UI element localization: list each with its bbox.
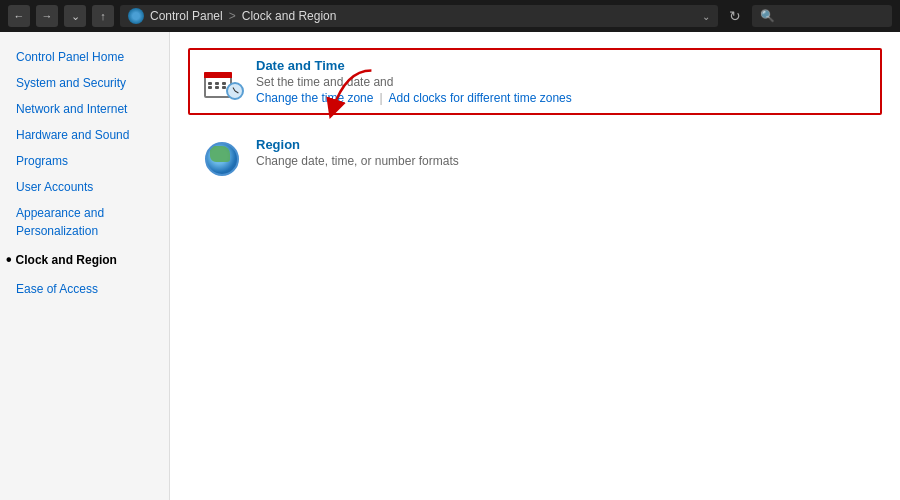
date-time-subtitle: Set the time and date and [256, 75, 870, 89]
date-time-icon [200, 58, 244, 102]
sidebar-item-user-accounts[interactable]: User Accounts [0, 174, 169, 200]
dropdown-history-button[interactable]: ⌄ [64, 5, 86, 27]
calendar-top [204, 72, 232, 78]
address-bar[interactable]: Control Panel > Clock and Region ⌄ [120, 5, 718, 27]
sidebar-item-network-internet[interactable]: Network and Internet [0, 96, 169, 122]
breadcrumb-sep: > [229, 9, 236, 23]
refresh-button[interactable]: ↻ [724, 5, 746, 27]
date-time-title[interactable]: Date and Time [256, 58, 870, 73]
cal-dot [215, 82, 219, 85]
content-area: Date and Time Set the time and date and … [170, 32, 900, 500]
sidebar-item-programs[interactable]: Programs [0, 148, 169, 174]
region-content: Region Change date, time, or number form… [256, 137, 870, 168]
region-continent [210, 146, 230, 162]
cal-dot [215, 86, 219, 89]
clock-hands [230, 86, 240, 96]
search-box[interactable]: 🔍 [752, 5, 892, 27]
change-timezone-link[interactable]: Change the time zone [256, 91, 373, 105]
sidebar-item-hardware-sound[interactable]: Hardware and Sound [0, 122, 169, 148]
date-time-content: Date and Time Set the time and date and … [256, 58, 870, 105]
sidebar-item-ease-access[interactable]: Ease of Access [0, 276, 169, 302]
clock-overlay-icon [226, 82, 244, 100]
title-bar: ← → ⌄ ↑ Control Panel > Clock and Region… [0, 0, 900, 32]
breadcrumb-clock-region: Clock and Region [242, 9, 337, 23]
sidebar-item-system-security[interactable]: System and Security [0, 70, 169, 96]
region-title[interactable]: Region [256, 137, 870, 152]
up-button[interactable]: ↑ [92, 5, 114, 27]
sidebar-item-appearance-personalization[interactable]: Appearance and Personalization [0, 200, 169, 244]
region-globe-icon [205, 142, 239, 176]
link-separator: | [379, 91, 382, 105]
cal-dot [222, 82, 226, 85]
address-globe-icon [128, 8, 144, 24]
region-subtitle: Change date, time, or number formats [256, 154, 870, 168]
region-section: Region Change date, time, or number form… [194, 131, 876, 187]
back-button[interactable]: ← [8, 5, 30, 27]
date-time-section: Date and Time Set the time and date and … [194, 52, 876, 111]
datetime-icon-img [204, 62, 240, 98]
sidebar-item-clock-region[interactable]: Clock and Region [0, 244, 169, 276]
cal-dot [208, 82, 212, 85]
main-area: Control Panel Home System and Security N… [0, 32, 900, 500]
region-icon [200, 137, 244, 181]
search-icon: 🔍 [760, 9, 775, 23]
sidebar-item-control-panel-home[interactable]: Control Panel Home [0, 44, 169, 70]
clock-minute-hand [235, 91, 239, 94]
date-time-links: Change the time zone | Add clocks for di… [256, 91, 870, 105]
sidebar: Control Panel Home System and Security N… [0, 32, 170, 500]
address-dropdown-icon[interactable]: ⌄ [702, 11, 710, 22]
breadcrumb-control-panel: Control Panel [150, 9, 223, 23]
forward-button[interactable]: → [36, 5, 58, 27]
cal-dot [208, 86, 212, 89]
add-clocks-link[interactable]: Add clocks for different time zones [389, 91, 572, 105]
